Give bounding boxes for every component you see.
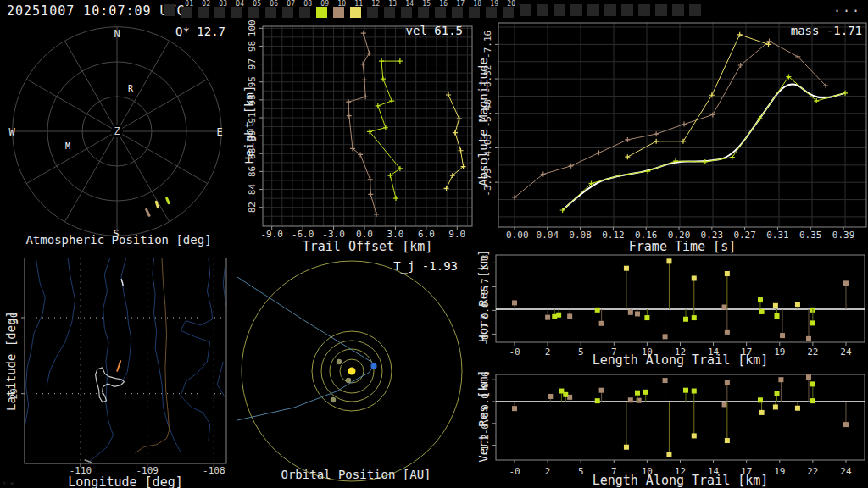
svg-text:82: 82 — [247, 202, 258, 213]
frame-square — [689, 4, 701, 16]
frame-slot-04[interactable]: 04 — [230, 1, 247, 19]
frame-square — [587, 4, 599, 16]
frame-square — [198, 7, 209, 18]
frame-slot-07[interactable]: 07 — [281, 1, 298, 19]
frame-square — [486, 7, 497, 18]
frame-slot-13[interactable]: 13 — [382, 1, 399, 19]
svg-text:N: N — [114, 28, 120, 40]
frame-slot-18[interactable]: 18 — [467, 1, 484, 19]
frame-square — [181, 7, 192, 18]
frame-slot-blank[interactable] — [670, 1, 687, 19]
watermark: njw — [3, 480, 14, 485]
frame-slot-01[interactable]: 01 — [179, 1, 196, 19]
top-bar: 20251007 10:07:09 UTC 010203040506070809… — [0, 0, 868, 20]
frame-slot-20[interactable]: 20 — [501, 1, 518, 19]
svg-text:-7.16: -7.16 — [482, 30, 493, 58]
frame-slot-blank[interactable] — [603, 1, 620, 19]
svg-text:Z: Z — [114, 125, 120, 137]
velocity-stat: vel 61.5 — [406, 24, 463, 37]
trail-offset-chart: -9.0-6.0-3.00.03.06.09.01009897959391898… — [237, 20, 475, 249]
frame-slot-12[interactable]: 12 — [365, 1, 382, 19]
atmospheric-position-chart: NSWEZRM — [0, 20, 237, 249]
svg-text:97: 97 — [247, 58, 258, 69]
frame-slot-blank[interactable] — [535, 1, 552, 19]
frame-square — [164, 4, 175, 16]
frame-slot-blank[interactable] — [637, 1, 654, 19]
frame-slot-17[interactable]: 17 — [450, 1, 467, 19]
ground-track-map: -110-109-1083029 — [0, 249, 237, 488]
mass-stat: mass -1.71 — [791, 24, 862, 37]
horz-res-xlabel: Length Along Trail [km] — [496, 352, 865, 368]
svg-text:98: 98 — [247, 41, 258, 52]
svg-text:M: M — [65, 141, 70, 151]
frame-slot-blank[interactable] — [687, 1, 704, 19]
frame-square — [231, 7, 242, 18]
frame-square — [537, 4, 548, 16]
frame-slot-14[interactable]: 14 — [399, 1, 416, 19]
horz-res-ylabel: Horz Res [km] — [476, 249, 490, 342]
panel-ground-track-map: -110-109-1083029 Longitude [deg] Latitud… — [0, 249, 237, 488]
frame-square — [469, 7, 480, 18]
frame-square — [452, 7, 463, 18]
panel-atmospheric-position: NSWEZRM Q* 12.7 Atmospheric Position [de… — [0, 20, 237, 249]
frame-square — [655, 4, 667, 16]
frame-slot-16[interactable]: 16 — [433, 1, 450, 19]
orbital-position-caption: Orbital Position [AU] — [237, 468, 475, 481]
frame-slot-11[interactable]: 11 — [348, 1, 365, 19]
svg-text:E: E — [216, 126, 222, 138]
panel-trail-offset: -9.0-6.0-3.00.03.06.09.01009897959391898… — [237, 20, 475, 249]
frame-slot-blank[interactable] — [586, 1, 603, 19]
frame-square — [282, 7, 293, 18]
frame-square — [265, 7, 276, 18]
panel-orbital-position: T_j -1.93 Orbital Position [AU] — [237, 249, 475, 488]
longitude-xlabel: Longitude [deg] — [25, 474, 226, 488]
frame-slot-02[interactable]: 02 — [196, 1, 213, 19]
frame-slot-08[interactable]: 08 — [298, 1, 314, 19]
tisserand-stat: T_j -1.93 — [393, 259, 458, 273]
latitude-ylabel: Latitude [deg] — [4, 311, 18, 411]
frame-slot-blank[interactable] — [654, 1, 670, 19]
frame-slot-15[interactable]: 15 — [416, 1, 433, 19]
frame-square — [638, 4, 650, 16]
svg-text:R: R — [128, 84, 134, 93]
frame-slot-05[interactable]: 05 — [247, 1, 264, 19]
panel-residuals: -0257101214171922241.30.70.0-0.7-0257101… — [475, 249, 868, 488]
frame-square — [418, 7, 429, 18]
frame-square — [214, 7, 225, 18]
svg-text:100: 100 — [247, 20, 258, 36]
frame-square — [316, 7, 327, 18]
height-ylabel: Height [km] — [242, 86, 256, 164]
frame-square — [621, 4, 633, 16]
frame-slot-blank[interactable] — [162, 1, 179, 19]
frame-slot-03[interactable]: 03 — [213, 1, 230, 19]
q-star-stat: Q* 12.7 — [175, 25, 225, 38]
light-curve-chart: -0.000.040.080.120.160.200.230.270.310.3… — [475, 20, 868, 249]
absolute-magnitude-ylabel: Absolute Magnitude — [476, 58, 490, 186]
frame-square — [299, 7, 310, 18]
frame-strip: 0102030405060708091011121314151617181920 — [162, 1, 704, 19]
frame-square — [435, 7, 446, 18]
frame-slot-blank[interactable] — [518, 1, 535, 19]
overflow-menu-icon[interactable]: ... — [833, 0, 861, 15]
frame-square — [367, 7, 378, 18]
meteor-analysis-dashboard: { "header": { "timestamp": "20251007 10:… — [0, 0, 868, 488]
frame-slot-10[interactable]: 10 — [331, 1, 348, 19]
frame-slot-blank[interactable] — [552, 1, 569, 19]
frame-slot-06[interactable]: 06 — [264, 1, 281, 19]
frame-slot-blank[interactable] — [569, 1, 586, 19]
frame-square — [672, 4, 684, 16]
frame-square — [350, 7, 361, 18]
frame-slot-09[interactable]: 09 — [314, 1, 331, 19]
frame-square — [503, 7, 514, 18]
frame-slot-blank[interactable] — [620, 1, 637, 19]
atmospheric-position-caption: Atmospheric Position [deg] — [0, 233, 237, 247]
svg-text:86: 86 — [247, 166, 258, 177]
orbital-position-chart — [237, 249, 475, 488]
frame-square — [554, 4, 565, 16]
frame-square — [604, 4, 616, 16]
svg-text:W: W — [8, 126, 15, 138]
residuals-charts: -0257101214171922241.30.70.0-0.7-0257101… — [475, 249, 868, 488]
frame-slot-19[interactable]: 19 — [484, 1, 501, 19]
utc-timestamp: 20251007 10:07:09 UTC — [7, 3, 186, 19]
frame-square — [248, 7, 259, 18]
